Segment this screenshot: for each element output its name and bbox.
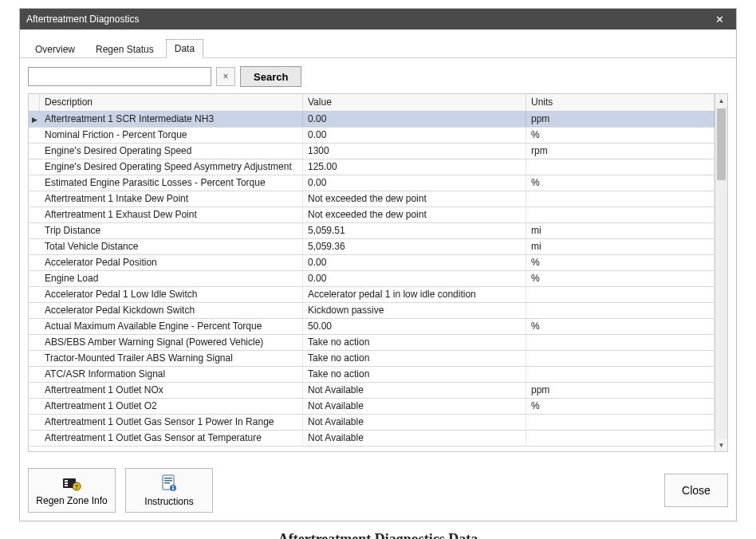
cell-description: Accelerator Pedal 1 Low Idle Switch [40, 287, 303, 302]
tab-strip: Overview Regen Status Data [20, 30, 736, 58]
table-row[interactable]: ATC/ASR Information SignalTake no action [29, 367, 715, 383]
instructions-button[interactable]: Instructions [125, 468, 213, 513]
dialog-footer: ? Regen Zone Info I [20, 460, 736, 521]
cell-value: Accelerator pedal 1 in low idle conditio… [303, 287, 526, 302]
svg-rect-1 [65, 480, 68, 482]
cell-description: Estimated Engine Parasitic Losses - Perc… [40, 175, 303, 191]
cell-description: Accelerator Pedal Position [40, 255, 303, 270]
cell-value: Not exceeded the dew point [303, 207, 526, 222]
search-input[interactable] [28, 67, 211, 86]
table-row[interactable]: Aftertreatment 1 Outlet O2Not Available% [29, 399, 715, 415]
cell-units: mi [526, 223, 715, 238]
svg-rect-3 [65, 485, 68, 486]
cell-units [526, 159, 715, 175]
cell-value: Not Available [303, 383, 526, 398]
cell-value: 125.00 [303, 159, 526, 175]
titlebar: Aftertreatment Diagnostics ✕ [20, 9, 736, 30]
cell-units [526, 335, 715, 350]
column-header-units[interactable]: Units [526, 94, 715, 111]
scroll-thumb[interactable] [717, 108, 726, 180]
cell-units [526, 351, 715, 366]
table-row[interactable]: Tractor-Mounted Trailer ABS Warning Sign… [29, 351, 715, 367]
cell-units: % [526, 255, 715, 270]
cell-description: Total Vehicle Distance [40, 239, 303, 254]
table-row[interactable]: Trip Distance5,059.51mi [29, 223, 715, 239]
cell-value: 1300 [303, 144, 526, 159]
tab-overview[interactable]: Overview [26, 40, 84, 58]
table-row[interactable]: Engine's Desired Operating Speed Asymmet… [29, 159, 715, 175]
cell-description: Engine Load [40, 271, 303, 286]
vertical-scrollbar[interactable]: ▲ ▼ [715, 94, 727, 451]
row-indicator [29, 191, 40, 207]
cell-value: Not exceeded the dew point [303, 191, 526, 207]
window-close-button[interactable]: ✕ [709, 11, 730, 27]
cell-units [526, 431, 715, 446]
cell-units [526, 207, 715, 222]
column-header-description[interactable]: Description [40, 94, 303, 111]
table-row[interactable]: Estimated Engine Parasitic Losses - Perc… [29, 175, 715, 191]
svg-rect-7 [164, 478, 172, 479]
instructions-icon [161, 474, 177, 494]
table-row[interactable]: Actual Maximum Available Engine - Percen… [29, 319, 715, 335]
svg-rect-8 [164, 480, 172, 482]
scroll-down-button[interactable]: ▼ [715, 439, 727, 451]
table-row[interactable]: Accelerator Pedal Position0.00% [29, 255, 715, 271]
regen-zone-icon: ? [62, 475, 81, 494]
cell-description: Aftertreatment 1 Outlet O2 [40, 399, 303, 414]
table-row[interactable]: ▶Aftertreatment 1 SCR Intermediate NH30.… [29, 112, 715, 128]
cell-units: mi [526, 239, 715, 254]
instructions-label: Instructions [144, 496, 193, 507]
cell-value: Take no action [303, 351, 526, 366]
table-row[interactable]: Total Vehicle Distance5,059.36mi [29, 239, 715, 255]
table-row[interactable]: Nominal Friction - Percent Torque0.00% [29, 128, 715, 144]
cell-description: Engine's Desired Operating Speed [40, 144, 303, 159]
cell-value: Not Available [303, 431, 526, 446]
clear-icon: × [222, 72, 228, 81]
cell-value: 5,059.36 [303, 239, 526, 254]
dialog-window: Aftertreatment Diagnostics ✕ Overview Re… [19, 8, 737, 521]
cell-units [526, 191, 715, 207]
svg-rect-12 [172, 487, 174, 490]
regen-zone-info-button[interactable]: ? Regen Zone Info [28, 468, 116, 513]
table-row[interactable]: Accelerator Pedal Kickdown SwitchKickdow… [29, 303, 715, 319]
cell-value: 0.00 [303, 112, 526, 127]
row-indicator [29, 175, 40, 191]
table-row[interactable]: Engine Load0.00% [29, 271, 715, 287]
search-button[interactable]: Search [240, 66, 301, 87]
cell-value: 0.00 [303, 255, 526, 270]
figure-caption: Aftertreatment Diagnostics Data [0, 531, 756, 539]
tab-data[interactable]: Data [166, 39, 203, 58]
row-indicator [29, 255, 40, 270]
row-indicator [29, 287, 40, 302]
row-indicator [29, 335, 40, 350]
table-row[interactable]: Aftertreatment 1 Outlet NOxNot Available… [29, 383, 715, 399]
table-row[interactable]: Aftertreatment 1 Exhaust Dew PointNot ex… [29, 207, 715, 223]
row-indicator [29, 303, 40, 318]
table-row[interactable]: Aftertreatment 1 Intake Dew PointNot exc… [29, 191, 715, 207]
cell-units: ppm [526, 112, 715, 127]
cell-value: 0.00 [303, 128, 526, 143]
svg-rect-11 [172, 486, 174, 487]
row-indicator [29, 239, 40, 254]
cell-units: % [526, 128, 715, 143]
table-row[interactable]: Accelerator Pedal 1 Low Idle SwitchAccel… [29, 287, 715, 303]
cell-units: ppm [526, 383, 715, 398]
table-row[interactable]: ABS/EBS Amber Warning Signal (Powered Ve… [29, 335, 715, 351]
cell-description: Aftertreatment 1 Intake Dew Point [40, 191, 303, 207]
close-button[interactable]: Close [664, 474, 728, 507]
cell-value: Take no action [303, 335, 526, 350]
column-header-value[interactable]: Value [303, 94, 526, 111]
row-indicator [29, 415, 40, 430]
table-row[interactable]: Aftertreatment 1 Outlet Gas Sensor 1 Pow… [29, 415, 715, 431]
table-row[interactable]: Engine's Desired Operating Speed1300rpm [29, 144, 715, 159]
cell-description: Engine's Desired Operating Speed Asymmet… [40, 159, 303, 175]
cell-value: Not Available [303, 415, 526, 430]
scroll-up-button[interactable]: ▲ [715, 94, 727, 107]
cell-value: 0.00 [303, 175, 526, 191]
grid-body: ▶Aftertreatment 1 SCR Intermediate NH30.… [29, 112, 715, 447]
cell-units: % [526, 319, 715, 334]
search-clear-button[interactable]: × [216, 67, 235, 86]
tab-regen-status[interactable]: Regen Status [87, 40, 163, 58]
table-row[interactable]: Aftertreatment 1 Outlet Gas Sensor at Te… [29, 431, 715, 447]
cell-value: 50.00 [303, 319, 526, 334]
